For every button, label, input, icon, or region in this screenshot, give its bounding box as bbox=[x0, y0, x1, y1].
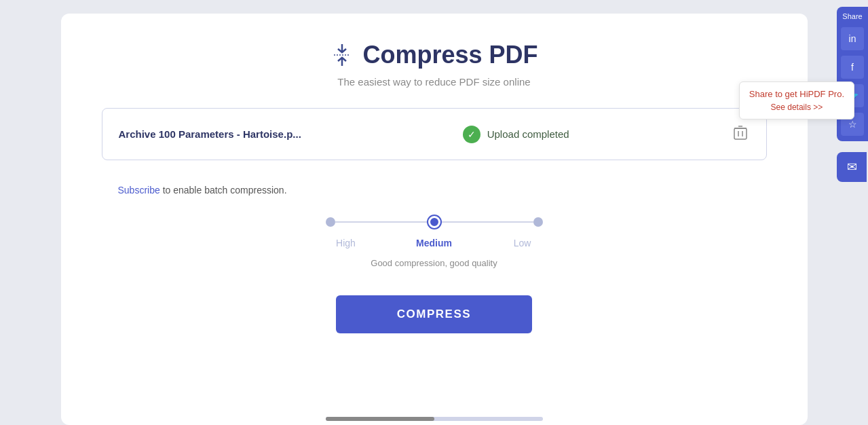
email-button[interactable]: ✉ bbox=[837, 152, 867, 182]
header-section: Compress PDF The easiest way to reduce P… bbox=[102, 41, 767, 88]
low-dot[interactable] bbox=[533, 217, 543, 227]
compression-slider[interactable] bbox=[326, 216, 543, 228]
page-wrapper: Share to get HiPDF Pro. See details >> S… bbox=[0, 7, 868, 425]
upload-status: ✓ Upload completed bbox=[463, 126, 569, 143]
compression-high-option[interactable] bbox=[326, 217, 335, 227]
compress-button[interactable]: COMPRESS bbox=[336, 295, 532, 333]
label-low: Low bbox=[502, 238, 543, 248]
compress-btn-wrapper: COMPRESS bbox=[102, 295, 767, 333]
label-high: High bbox=[326, 238, 366, 248]
page-title: Compress PDF bbox=[362, 41, 537, 69]
main-card: Compress PDF The easiest way to reduce P… bbox=[61, 14, 808, 425]
linkedin-button[interactable]: in bbox=[841, 27, 864, 50]
delete-file-button[interactable] bbox=[731, 122, 750, 146]
subscribe-link[interactable]: Subscribe bbox=[118, 185, 160, 196]
email-icon: ✉ bbox=[847, 160, 857, 174]
scrollbar-thumb[interactable] bbox=[326, 417, 434, 421]
compress-pdf-icon bbox=[330, 43, 354, 67]
share-promo-tooltip: Share to get HiPDF Pro. See details >> bbox=[739, 81, 854, 119]
share-panel: Share in f 🐦 ☆ bbox=[837, 7, 868, 141]
high-dot[interactable] bbox=[326, 217, 335, 227]
check-icon: ✓ bbox=[463, 126, 480, 143]
medium-dot[interactable] bbox=[428, 216, 440, 228]
svg-rect-3 bbox=[734, 128, 747, 139]
share-panel-label: Share bbox=[842, 12, 862, 20]
share-promo-link[interactable]: See details >> bbox=[771, 103, 823, 112]
page-subtitle: The easiest way to reduce PDF size onlin… bbox=[102, 76, 767, 88]
label-medium: Medium bbox=[414, 238, 455, 248]
compression-section: High Medium Low Good compression, good q… bbox=[102, 202, 767, 289]
facebook-button[interactable]: f bbox=[841, 56, 864, 79]
facebook-icon: f bbox=[851, 62, 854, 73]
file-upload-area: Archive 100 Parameters - Hartoise.p... ✓… bbox=[102, 108, 767, 160]
upload-status-text: Upload completed bbox=[487, 128, 569, 140]
track-line-left bbox=[335, 221, 428, 223]
subscribe-row: Subscribe to enable batch compression. bbox=[102, 174, 767, 196]
subscribe-description: to enable batch compression. bbox=[160, 185, 287, 196]
bottom-bar bbox=[61, 405, 808, 425]
linkedin-icon: in bbox=[849, 33, 856, 44]
track-line-right bbox=[440, 221, 533, 223]
share-promo-title: Share to get HiPDF Pro. bbox=[749, 89, 844, 99]
file-info-row: Archive 100 Parameters - Hartoise.p... ✓… bbox=[119, 122, 750, 146]
scrollbar-track[interactable] bbox=[326, 417, 543, 421]
compression-description: Good compression, good quality bbox=[371, 258, 497, 268]
slider-labels: High Medium Low bbox=[326, 238, 543, 248]
compression-medium-option[interactable] bbox=[428, 216, 440, 228]
file-name: Archive 100 Parameters - Hartoise.p... bbox=[119, 128, 301, 140]
star-icon: ☆ bbox=[848, 119, 857, 130]
header-title: Compress PDF bbox=[102, 41, 767, 69]
compression-low-option[interactable] bbox=[533, 217, 543, 227]
